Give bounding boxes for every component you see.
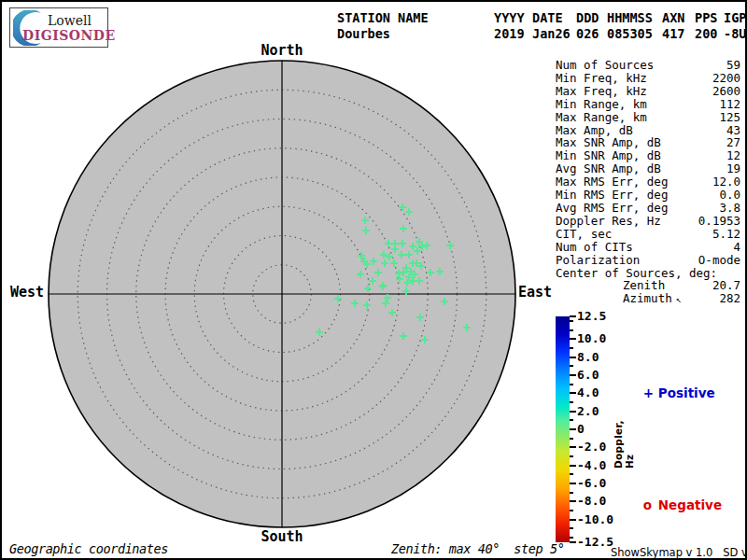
param-label: Polarization [556,254,640,267]
colorbar-minor-tick [570,492,573,494]
colorbar-minor-tick [570,365,573,367]
param-value: 12.0 [712,175,740,189]
colorbar-tick-label: 4.0 [577,386,599,399]
colorbar-minor-tick [570,401,573,403]
param-value: 43 [726,124,740,137]
param-row: Doppler Res, Hz0.1953 [556,215,740,228]
param-label: Max RMS Err, deg [556,175,668,189]
colorbar-minor-tick [570,347,573,349]
param-label: Max SNR Amp, dB [556,136,661,149]
param-row: Azimuth↖282 [556,292,740,306]
param-value: 4 [733,241,740,254]
colorbar-minor-tick [570,419,573,421]
param-value: 12 [726,149,740,162]
param-label: Max Freq, kHz [556,85,647,98]
param-label: Min Freq, kHz [556,72,647,85]
colorbar-major-tick [570,446,576,448]
param-value: 0.1953 [698,215,740,228]
param-label: Num of Sources [556,59,654,72]
param-row: Max RMS Err, deg12.0 [556,175,740,189]
zenith-scale-label: Zenith: max 40° step 5° [391,541,564,556]
colorbar-major-tick [570,519,576,521]
colorbar-major-tick [570,483,576,484]
colorbar-major-tick [570,374,576,376]
param-row: CIT, sec5.12 [556,228,740,241]
compass-east-label: East [518,284,552,301]
param-row: Max Freq, kHz2600 [556,85,740,98]
param-value: 5.12 [712,228,740,241]
param-value: 112 [719,98,740,111]
param-row: Min Freq, kHz2200 [556,72,740,85]
param-label: Center of Sources, deg: [556,267,717,280]
colorbar-tick-label: -8.0 [577,495,606,508]
param-value: 125 [719,111,740,124]
param-row: Min RMS Err, deg0.0 [556,189,740,202]
colorbar-tick-label: -12.5 [577,536,613,549]
param-label: Num of CITs [556,241,633,254]
colorbar-minor-tick [570,384,573,385]
param-label: Avg SNR Amp, dB [556,162,661,175]
param-label: Min Range, km [556,98,647,111]
compass-south-label: South [245,528,319,545]
colorbar-minor-tick [570,320,573,322]
param-label: Avg RMS Err, deg [556,202,668,215]
colorbar-tick-label: 0 [577,423,585,436]
param-row: Num of CITs4 [556,241,740,254]
param-label: Max Amp, dB [556,124,633,137]
param-value: 3.8 [719,202,740,215]
param-label: CIT, sec [556,228,612,241]
param-value: 59 [726,59,740,72]
param-row: Center of Sources, deg: [556,267,740,280]
plus-marker-icon: + [643,385,658,400]
positive-label: Positive [658,385,715,400]
param-row: Avg SNR Amp, dB19 [556,162,740,175]
colorbar-tick-label: -6.0 [577,477,606,490]
colorbar-tick-label: 10.0 [577,332,606,345]
circle-marker-icon: o [643,497,658,512]
compass-north-label: North [245,42,319,59]
param-row: Max Amp, dB43 [556,124,740,137]
colorbar-minor-tick [570,510,573,511]
param-value: 27 [726,136,740,149]
param-value: 2200 [712,72,740,85]
colorbar-tick-label: 12.5 [577,310,606,323]
colorbar-tick-label: 8.0 [577,351,599,364]
param-value: 282 [719,292,740,306]
param-label: Max Range, km [556,111,647,124]
param-list: Num of Sources59Min Freq, kHz2200Max Fre… [556,59,740,306]
param-row: Avg RMS Err, deg3.8 [556,202,740,215]
colorbar-major-tick [570,465,576,467]
colorbar-major-tick [570,500,576,502]
colorbar-minor-tick [570,537,573,539]
colorbar-major-tick [570,357,576,358]
colorbar-tick-label: 2.0 [577,405,599,418]
param-label: Azimuth↖ [623,292,682,306]
positive-doppler-legend: +Positive [626,371,715,415]
param-value: 20.7 [712,279,740,292]
param-label: Doppler Res, Hz [556,215,661,228]
param-value: 0.0 [719,189,740,202]
param-label: Min SNR Amp, dB [556,149,661,162]
negative-label: Negative [658,497,722,512]
colorbar-tick-label: -4.0 [577,459,606,472]
colorbar-minor-tick [570,527,573,529]
param-row: Num of Sources59 [556,59,740,72]
colorbar-minor-tick [570,473,573,475]
param-value: 19 [726,162,740,175]
param-row: Min Range, km112 [556,98,740,111]
param-label: Zenith [623,279,665,292]
colorbar-major-tick [570,315,576,317]
colorbar-minor-tick [570,438,573,440]
param-row: PolarizationO-mode [556,254,740,267]
param-row: Zenith20.7 [556,279,740,292]
param-row: Max Range, km125 [556,111,740,124]
param-value: 2600 [712,85,740,98]
colorbar-major-tick [570,428,576,430]
param-value: O-mode [698,254,740,267]
colorbar-major-tick [570,411,576,413]
colorbar-minor-tick [570,455,573,457]
colorbar-major-tick [570,338,576,340]
compass-west-label: West [9,284,44,301]
colorbar-minor-tick [570,329,573,331]
software-version-label: ShowSkymap v 1.0 SD v 5.1 [611,546,747,559]
